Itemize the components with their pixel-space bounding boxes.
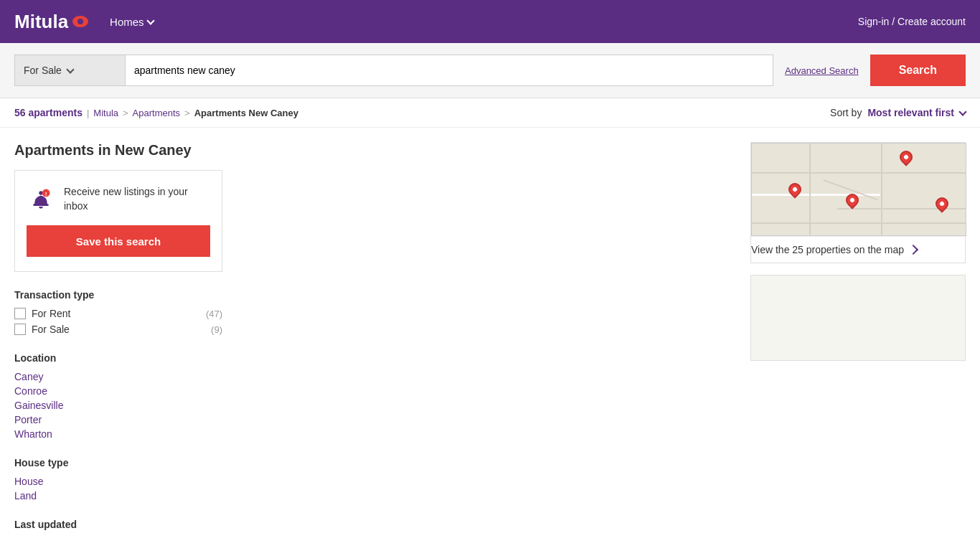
homes-menu[interactable]: Homes <box>110 16 154 28</box>
sale-type-select[interactable]: For Sale <box>14 55 126 86</box>
location-caney[interactable]: Caney <box>14 371 222 382</box>
map-pin-4[interactable] <box>935 197 949 216</box>
listings-area <box>237 142 736 547</box>
sort-chevron-icon[interactable] <box>958 108 966 116</box>
map-pin-3[interactable] <box>845 194 859 212</box>
right-sidebar: View the 25 properties on the map <box>750 142 966 547</box>
map-link-text: View the 25 properties on the map <box>751 244 904 255</box>
filter-for-rent: For Rent (47) <box>14 308 222 319</box>
page-title: Apartments in New Caney <box>14 142 222 159</box>
for-rent-label: For Rent <box>32 308 70 319</box>
svg-text:!: ! <box>45 191 47 197</box>
result-count: 56 apartments <box>14 107 83 118</box>
search-button[interactable]: Search <box>870 55 966 86</box>
logo[interactable]: Mitula <box>14 11 88 33</box>
sign-in-link[interactable]: Sign-in / Create account <box>858 16 966 27</box>
transaction-type-filter: Transaction type For Rent (47) For Sale … <box>14 289 222 335</box>
map-link-row[interactable]: View the 25 properties on the map <box>751 236 965 263</box>
search-input[interactable] <box>126 55 773 86</box>
house-type-title: House type <box>14 457 222 468</box>
header-left: Mitula Homes <box>14 11 154 33</box>
alert-text: Receive new listings in your inbox <box>64 185 210 213</box>
lower-map-placeholder <box>750 275 966 361</box>
last-updated-title: Last updated <box>14 519 222 530</box>
advanced-search-link[interactable]: Advanced Search <box>773 65 870 76</box>
map-image <box>751 143 966 236</box>
breadcrumb-apartments[interactable]: Apartments <box>133 108 180 118</box>
bell-icon: ! <box>27 185 55 214</box>
last-updated-filter: Last updated <box>14 519 222 530</box>
sale-type-label: For Sale <box>24 65 62 76</box>
for-sale-count: (9) <box>211 324 222 335</box>
logo-text: Mitula <box>14 11 68 33</box>
map-pin-1[interactable] <box>899 151 913 169</box>
filter-for-sale: For Sale (9) <box>14 324 222 335</box>
sale-type-chevron-icon <box>66 65 74 73</box>
alert-box: ! Receive new listings in your inbox Sav… <box>14 170 222 272</box>
house-type-land[interactable]: Land <box>14 490 222 501</box>
for-sale-label: For Sale <box>32 324 70 335</box>
breadcrumb: 56 apartments | Mitula > Apartments > Ap… <box>14 107 298 118</box>
location-conroe[interactable]: Conroe <box>14 385 222 397</box>
for-sale-checkbox[interactable] <box>14 324 26 335</box>
sidebar: Apartments in New Caney ! Receive new li… <box>14 142 222 547</box>
location-filter: Location Caney Conroe Gainesville Porter… <box>14 352 222 440</box>
sort-by: Sort by Most relevant first <box>830 107 966 118</box>
breadcrumb-mitula[interactable]: Mitula <box>93 108 118 118</box>
location-wharton[interactable]: Wharton <box>14 428 222 440</box>
sort-value[interactable]: Most relevant first <box>867 107 954 118</box>
homes-menu-label: Homes <box>110 16 144 28</box>
save-search-button[interactable]: Save this search <box>27 225 210 257</box>
search-bar: For Sale Advanced Search Search <box>0 43 980 98</box>
alert-header: ! Receive new listings in your inbox <box>27 185 210 214</box>
main-content: Apartments in New Caney ! Receive new li… <box>0 128 980 551</box>
transaction-type-title: Transaction type <box>14 289 222 301</box>
location-gainesville[interactable]: Gainesville <box>14 400 222 411</box>
svg-rect-1 <box>33 204 49 206</box>
header: Mitula Homes Sign-in / Create account <box>0 0 980 43</box>
location-title: Location <box>14 352 222 364</box>
map-pin-2[interactable] <box>788 183 802 202</box>
location-porter[interactable]: Porter <box>14 414 222 425</box>
for-rent-checkbox[interactable] <box>14 308 26 319</box>
breadcrumb-bar: 56 apartments | Mitula > Apartments > Ap… <box>0 98 980 128</box>
house-type-house[interactable]: House <box>14 476 222 487</box>
house-type-filter: House type House Land <box>14 457 222 501</box>
for-rent-count: (47) <box>206 309 222 319</box>
breadcrumb-current: Apartments New Caney <box>194 108 298 118</box>
map-section: View the 25 properties on the map <box>750 142 966 263</box>
sort-label: Sort by <box>830 107 862 118</box>
homes-chevron-icon <box>146 17 154 24</box>
map-link-chevron-icon <box>908 245 918 255</box>
logo-icon <box>72 16 88 27</box>
